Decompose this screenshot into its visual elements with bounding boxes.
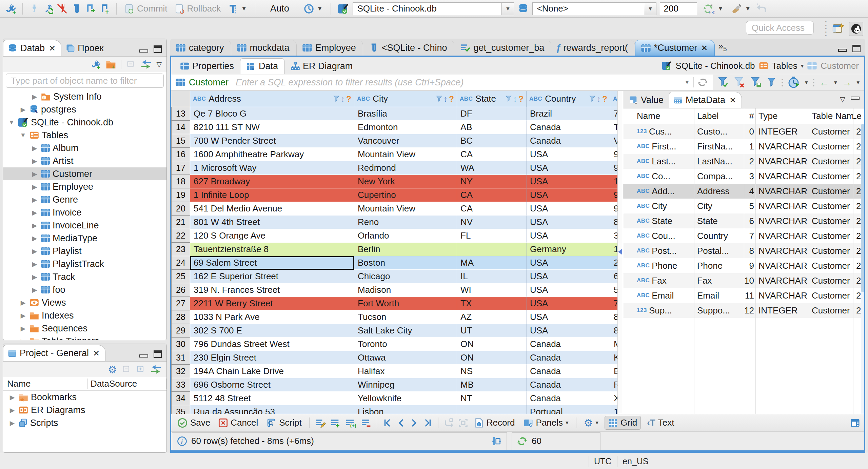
tree-item-table-triggers[interactable]: ▶Table Triggers — [3, 335, 166, 340]
tree-expand-arrow-icon[interactable]: ▶ — [8, 419, 16, 427]
apply-filter-refresh-icon[interactable] — [697, 77, 709, 87]
sort-icon[interactable]: ↕ — [513, 94, 517, 104]
row-number-cell[interactable]: 20 — [171, 202, 190, 216]
filter-save-icon[interactable] — [750, 77, 762, 88]
tree-item-foo[interactable]: ▶foo — [3, 283, 166, 296]
tree-expand-arrow-icon[interactable]: ▶ — [31, 234, 38, 242]
sql-filter-input[interactable] — [236, 77, 681, 88]
state-cell[interactable]: NY — [457, 175, 527, 188]
calc-panel-icon[interactable] — [491, 436, 502, 447]
city-cell[interactable]: Mountain View — [354, 202, 457, 216]
tree-item-playlist[interactable]: ▶Playlist — [3, 245, 166, 258]
tab-database-navigator[interactable]: Datab ✕ — [3, 40, 61, 56]
city-cell[interactable]: Toronto — [354, 338, 457, 351]
country-cell[interactable]: USA — [527, 188, 610, 202]
editor-tab-employee[interactable]: Employee — [297, 40, 363, 56]
grid-settings-button[interactable]: ⚙ ▾ — [582, 415, 600, 430]
row-number-cell[interactable]: 21 — [171, 216, 190, 229]
minimize-icon[interactable] — [851, 97, 860, 100]
first-row-icon[interactable] — [382, 418, 393, 428]
tree-expand-arrow-icon[interactable]: ▶ — [31, 157, 38, 165]
row-number-cell[interactable]: 35 — [171, 405, 190, 414]
country-cell[interactable]: USA — [527, 216, 610, 229]
tree-expand-arrow-icon[interactable]: ▶ — [31, 247, 38, 255]
city-cell[interactable]: Tucson — [354, 310, 457, 324]
tree-item-views[interactable]: ▶Views — [3, 296, 166, 309]
tree-collapse-arrow-icon[interactable]: ▼ — [19, 131, 27, 139]
tree-item-invoice[interactable]: ▶Invoice — [3, 206, 166, 219]
row-number-cell[interactable]: 24 — [171, 256, 190, 270]
editor-tab-get-customer-ba[interactable]: get_customer_ba — [454, 40, 552, 56]
sort-icon[interactable]: ↕ — [341, 94, 345, 104]
link-with-editor-icon[interactable] — [150, 365, 162, 374]
city-cell[interactable]: Vancouver — [354, 134, 457, 148]
auto-refresh-box[interactable]: 60 — [512, 432, 600, 450]
city-cell[interactable]: Boston — [354, 256, 457, 270]
maximize-icon[interactable] — [154, 350, 162, 358]
state-cell[interactable]: UT — [457, 324, 527, 338]
minimize-icon[interactable] — [838, 49, 847, 52]
state-cell[interactable] — [457, 405, 527, 414]
postal-cell[interactable]: K2 — [610, 351, 617, 365]
state-cell[interactable]: IL — [457, 270, 527, 283]
address-cell[interactable]: 5112 48 Street — [190, 392, 354, 405]
tree-expand-arrow-icon[interactable]: ▶ — [19, 338, 27, 340]
metadata-row[interactable]: ABCFaxFax10NVARCHARCustomer2,147,483 — [623, 273, 864, 288]
tree-item-sequences[interactable]: ▶Sequences — [3, 322, 166, 335]
compare-button[interactable]: ▼ — [729, 2, 753, 16]
tab-metadata[interactable]: MetaData ✕ — [669, 92, 742, 108]
address-cell[interactable]: 627 Broadway — [190, 175, 354, 188]
add-row-icon[interactable] — [330, 418, 341, 428]
next-row-icon[interactable] — [410, 418, 418, 428]
postal-cell[interactable]: X1 — [610, 392, 617, 405]
column-filter-icon[interactable] — [333, 96, 339, 102]
country-cell[interactable]: Canada — [527, 134, 610, 148]
address-cell[interactable]: 700 W Pender Street — [190, 134, 354, 148]
address-cell[interactable]: 194A Chain Lake Drive — [190, 365, 354, 378]
state-cell[interactable]: AZ — [457, 310, 527, 324]
fetch-next-icon[interactable]: → — [842, 77, 852, 88]
state-cell[interactable]: NV — [457, 216, 527, 229]
column-header-address[interactable]: ABCAddress↕? — [190, 91, 354, 107]
row-number-cell[interactable]: 31 — [171, 351, 190, 365]
state-cell[interactable]: AB — [457, 121, 527, 134]
project-item-er-diagrams[interactable]: ▶ER Diagrams — [3, 404, 166, 416]
city-cell[interactable]: Berlin — [354, 243, 457, 256]
country-cell[interactable]: USA — [527, 148, 610, 161]
country-cell[interactable]: Portugal — [527, 405, 610, 414]
result-tab-data[interactable]: ‹›Data — [240, 58, 284, 74]
cancel-button[interactable]: Cancel — [216, 416, 260, 429]
row-number-cell[interactable]: 26 — [171, 283, 190, 297]
rollback-button[interactable]: Rollback — [173, 2, 223, 15]
postal-cell[interactable]: 85 — [610, 310, 617, 324]
country-cell[interactable]: USA — [527, 324, 610, 338]
postal-cell[interactable]: 84 — [610, 324, 617, 338]
sort-icon[interactable]: ↕ — [443, 94, 448, 104]
country-cell[interactable]: USA — [527, 297, 610, 310]
tree-expand-arrow-icon[interactable]: ▶ — [31, 144, 38, 152]
city-cell[interactable]: Yellowknife — [354, 392, 457, 405]
maximize-icon[interactable] — [154, 45, 162, 53]
schema-combo-dropdown[interactable]: ▼ — [644, 2, 656, 15]
view-menu-icon[interactable]: ▽ — [157, 60, 162, 68]
breadcrumb-container[interactable]: Tables — [772, 61, 797, 71]
city-cell[interactable]: Edmonton — [354, 121, 457, 134]
tree-expand-arrow-icon[interactable]: ▶ — [31, 209, 38, 217]
column-header-postal[interactable]: ABC — [610, 91, 617, 107]
postal-cell[interactable]: 95 — [610, 188, 617, 202]
meta-column-table-name[interactable]: Table Name — [809, 108, 853, 124]
tree-item-sqlite-chinook-db[interactable]: ▼SQLite - Chinook.db — [3, 116, 166, 129]
tree-item-invoiceline[interactable]: ▶InvoiceLine — [3, 219, 166, 232]
postal-cell[interactable]: 53 — [610, 283, 617, 297]
address-cell[interactable]: 120 S Orange Ave — [190, 229, 354, 243]
metadata-row[interactable]: ABCEmailEmail11NVARCHARCustomer2,147,483 — [623, 288, 864, 303]
postal-cell[interactable]: 89 — [610, 216, 617, 229]
state-cell[interactable]: BC — [457, 134, 527, 148]
breadcrumb-connection[interactable]: SQLite - Chinook.db — [675, 61, 755, 71]
view-menu-icon[interactable]: ▽ — [840, 95, 845, 103]
address-cell[interactable]: 2211 W Berry Street — [190, 297, 354, 310]
row-number-cell[interactable]: 13 — [171, 107, 190, 121]
tree-expand-arrow-icon[interactable]: ▶ — [8, 393, 16, 401]
tree-expand-arrow-icon[interactable]: ▶ — [31, 93, 38, 101]
country-cell[interactable]: USA — [527, 229, 610, 243]
